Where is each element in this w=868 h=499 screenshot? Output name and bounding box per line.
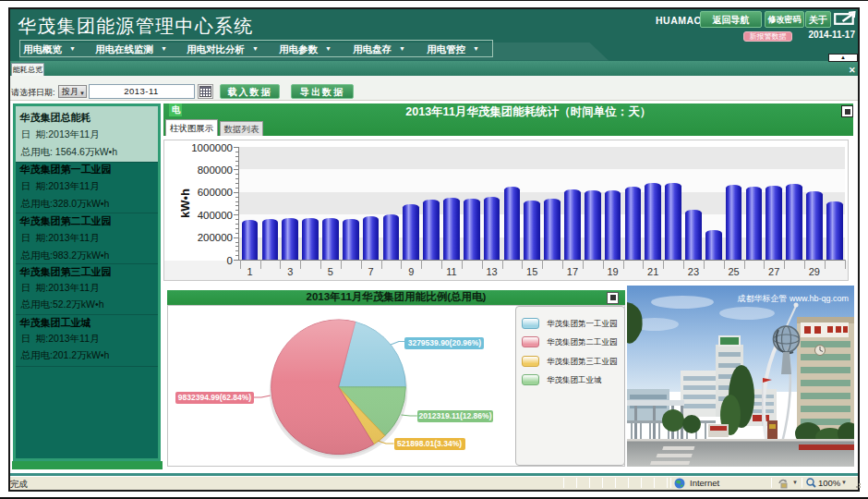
svg-text:成都华标企管 www.hb-qg.com: 成都华标企管 www.hb-qg.com [737, 294, 849, 303]
